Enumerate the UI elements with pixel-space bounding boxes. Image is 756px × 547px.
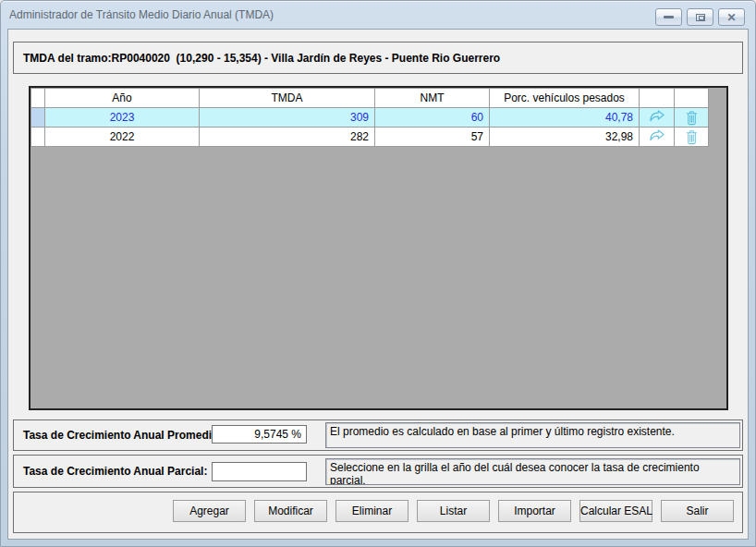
- partial-growth-label: Tasa de Crecimiento Anual Parcial:: [23, 456, 207, 487]
- maximize-button[interactable]: [687, 8, 713, 26]
- table-row[interactable]: 2022 282 57 32,98: [31, 128, 709, 147]
- table-row[interactable]: 2023 309 60 40,78: [31, 108, 709, 128]
- cell-porc[interactable]: 40,78: [490, 108, 640, 128]
- maximize-icon: [696, 14, 705, 21]
- cell-tmda[interactable]: 282: [200, 128, 375, 147]
- minimize-icon: [664, 16, 674, 18]
- tramo-header-panel: TMDA del tramo:RP0040020 (10,290 - 15,35…: [13, 42, 743, 74]
- column-header-porc[interactable]: Porc. vehículos pesados: [490, 89, 640, 108]
- cell-porc[interactable]: 32,98: [490, 128, 640, 147]
- column-header-share: [640, 89, 675, 108]
- window-title: Administrador de Tránsito Medio Diario A…: [9, 8, 274, 21]
- tmda-table: Año TMDA NMT Porc. vehículos pesados 202…: [30, 88, 709, 147]
- title-bar: Administrador de Tránsito Medio Diario A…: [1, 1, 755, 29]
- average-growth-info: El promedio es calculado en base al prim…: [325, 422, 740, 448]
- form-client-area: TMDA del tramo:RP0040020 (10,290 - 15,35…: [7, 29, 749, 540]
- tramo-title: TMDA del tramo:RP0040020 (10,290 - 15,35…: [23, 43, 500, 73]
- close-icon: ✕: [726, 12, 736, 23]
- grid-corner-cell: [31, 89, 45, 108]
- column-header-delete: [675, 89, 709, 108]
- trash-icon: [683, 109, 701, 127]
- average-growth-panel: Tasa de Crecimiento Anual Promedio: 9,57…: [13, 419, 743, 451]
- share-row-button[interactable]: [640, 108, 675, 128]
- average-growth-value[interactable]: 9,5745 %: [212, 425, 307, 444]
- column-header-tmda[interactable]: TMDA: [200, 89, 375, 108]
- agregar-button[interactable]: Agregar: [173, 500, 246, 522]
- calcular-esal-button[interactable]: Calcular ESAL: [579, 500, 652, 522]
- grid-header-row: Año TMDA NMT Porc. vehículos pesados: [31, 89, 709, 108]
- partial-growth-info: Seleccione en la grilla el año del cuál …: [325, 458, 740, 485]
- share-row-button[interactable]: [640, 128, 675, 147]
- forward-arrow-icon: [648, 108, 666, 127]
- column-header-nmt[interactable]: NMT: [375, 89, 490, 108]
- minimize-button[interactable]: [655, 8, 682, 26]
- column-header-anio[interactable]: Año: [45, 89, 200, 108]
- app-window: Administrador de Tránsito Medio Diario A…: [0, 0, 756, 547]
- cell-nmt[interactable]: 60: [375, 108, 490, 128]
- importar-button[interactable]: Importar: [498, 500, 571, 522]
- forward-arrow-icon: [648, 128, 666, 146]
- delete-row-button[interactable]: [675, 128, 709, 147]
- row-selector[interactable]: [31, 128, 45, 147]
- row-selector[interactable]: [31, 108, 45, 128]
- cell-tmda[interactable]: 309: [200, 108, 375, 128]
- cell-nmt[interactable]: 57: [375, 128, 490, 147]
- cell-anio[interactable]: 2023: [45, 108, 200, 128]
- modificar-button[interactable]: Modificar: [254, 500, 327, 522]
- trash-icon: [683, 128, 701, 146]
- cell-anio[interactable]: 2022: [45, 128, 200, 147]
- action-buttons: Agregar Modificar Eliminar Listar Import…: [173, 500, 734, 522]
- salir-button[interactable]: Salir: [661, 500, 734, 522]
- partial-growth-value[interactable]: [212, 462, 307, 481]
- average-growth-label: Tasa de Crecimiento Anual Promedio:: [23, 420, 222, 450]
- window-controls: ✕: [655, 8, 745, 26]
- actions-panel: Agregar Modificar Eliminar Listar Import…: [13, 492, 743, 533]
- delete-row-button[interactable]: [675, 108, 709, 128]
- listar-button[interactable]: Listar: [417, 500, 490, 522]
- close-button[interactable]: ✕: [718, 8, 745, 26]
- eliminar-button[interactable]: Eliminar: [335, 500, 408, 522]
- tmda-grid[interactable]: Año TMDA NMT Porc. vehículos pesados 202…: [29, 86, 728, 410]
- partial-growth-panel: Tasa de Crecimiento Anual Parcial: Selec…: [13, 455, 743, 488]
